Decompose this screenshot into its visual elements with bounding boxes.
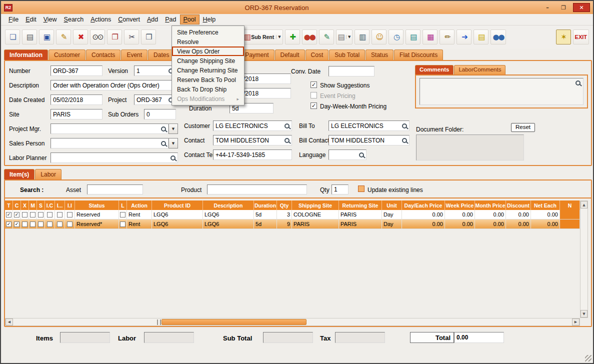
copies-button[interactable]: ▤▼: [336, 30, 353, 44]
cell-action[interactable]: Rent: [127, 210, 152, 219]
cell-chk3[interactable]: [29, 220, 37, 228]
tab-event[interactable]: Event: [121, 50, 148, 60]
comments-text-area[interactable]: [420, 78, 584, 105]
product-input[interactable]: [207, 184, 307, 194]
vertical-scrollbar[interactable]: ▲ ▼: [580, 200, 588, 318]
cell-qty[interactable]: 3: [277, 210, 292, 219]
col-s[interactable]: S: [37, 200, 45, 210]
col-shipping-site[interactable]: Shipping Site: [292, 200, 339, 210]
search-icon[interactable]: [170, 156, 176, 160]
sales-person-dropdown-button[interactable]: ▼: [168, 138, 178, 148]
row-checkbox[interactable]: [67, 222, 72, 227]
update-existing-lines-checkbox[interactable]: [358, 186, 364, 192]
col-description[interactable]: Description: [203, 200, 254, 210]
conv-date-field[interactable]: [328, 66, 374, 76]
cell-week_price[interactable]: 0.00: [445, 210, 475, 219]
menu-convert[interactable]: Convert: [114, 14, 144, 24]
cell-chk0[interactable]: [5, 210, 13, 219]
sales-person-field[interactable]: [50, 138, 168, 148]
tab-flat-discounts[interactable]: Flat Discounts: [394, 50, 443, 60]
cell-status[interactable]: Reserved*: [75, 220, 119, 228]
cell-chk0[interactable]: [5, 220, 13, 228]
row-checkbox[interactable]: [57, 212, 62, 218]
pool-menu-item-back-to-drop-ship[interactable]: Back To Drop Ship: [172, 84, 244, 94]
tab-sub-total[interactable]: Sub Total: [329, 50, 365, 60]
pool-menu-item-view-ops-order[interactable]: View Ops Order: [172, 46, 244, 56]
row-checkbox[interactable]: [57, 222, 62, 227]
bill-to-field[interactable]: LG ELECTRONICS: [328, 120, 410, 131]
title-bar[interactable]: R2 ORD-367 Reservation – ❐ ✕: [1, 1, 593, 14]
row-checkbox[interactable]: [22, 212, 28, 218]
export-button[interactable]: ❐: [107, 30, 122, 44]
project-mgr-dropdown-button[interactable]: ▼: [168, 124, 178, 134]
col-m[interactable]: M: [29, 200, 37, 210]
pool-menu-item-resolve[interactable]: Resolve: [172, 37, 244, 46]
cell-chk4[interactable]: [37, 210, 45, 219]
cell-month_price[interactable]: 0.00: [475, 220, 506, 228]
number-field[interactable]: ORD-367: [50, 66, 102, 76]
tab-item-s[interactable]: Item(s): [4, 169, 34, 180]
menu-edit[interactable]: Edit: [22, 14, 40, 24]
col-duration[interactable]: Duration: [254, 200, 277, 210]
cell-returning_site[interactable]: PARIS: [339, 210, 382, 219]
search-icon[interactable]: [576, 80, 580, 86]
cell-net_each[interactable]: 0.00: [531, 210, 560, 219]
table-row[interactable]: Reserved*RentLGQ6LGQ65d9PARISPARISDay0.0…: [5, 220, 580, 229]
find-button[interactable]: ⊙⊙: [90, 30, 105, 44]
tab-contacts[interactable]: Contacts: [86, 50, 120, 60]
close-button[interactable]: ✕: [573, 3, 590, 12]
tab-laborcomments[interactable]: LaborComments: [454, 65, 506, 74]
tab-labor[interactable]: Labor: [35, 169, 62, 180]
asset-input[interactable]: [87, 184, 143, 194]
print-button[interactable]: ▤: [22, 30, 37, 44]
col-l[interactable]: L: [119, 200, 127, 210]
col-n[interactable]: N: [560, 200, 580, 210]
cell-shipping_site[interactable]: PARIS: [292, 220, 339, 228]
customer-field[interactable]: LG ELECTRONICS: [213, 120, 292, 131]
pool-menu-item-change-returning-site[interactable]: Change Returning Site: [172, 66, 244, 75]
scroll-left-icon[interactable]: ◀: [6, 318, 13, 326]
contact-tel-field[interactable]: +44-17-5349-1585: [213, 150, 292, 160]
bill-contact-field[interactable]: TOM HIDDLESTON: [328, 135, 410, 146]
language-field[interactable]: [328, 150, 366, 160]
tab-customer[interactable]: Customer: [48, 50, 86, 60]
menu-search[interactable]: Search: [60, 14, 88, 24]
pool-menu-item-change-shipping-site[interactable]: Change Shipping Site: [172, 56, 244, 66]
dwm-pricing-checkbox[interactable]: [310, 102, 317, 109]
menu-pool[interactable]: Pool: [180, 14, 200, 24]
scroll-right-icon[interactable]: ▶: [572, 318, 580, 326]
col-qty[interactable]: Qty: [277, 200, 292, 210]
col-c[interactable]: C: [13, 200, 21, 210]
cell-action[interactable]: Rent: [127, 220, 152, 228]
cell-duration[interactable]: 5d: [254, 220, 277, 228]
pool-menu-item-reserve-back-to-pool[interactable]: Reserve Back To Pool: [172, 75, 244, 84]
cell-chk5[interactable]: [45, 210, 55, 219]
document-folder-box[interactable]: [416, 134, 524, 160]
site-field[interactable]: PARIS: [50, 109, 102, 120]
menu-view[interactable]: View: [40, 14, 60, 24]
resize-grip[interactable]: [585, 355, 592, 362]
dropdown-arrow-icon[interactable]: ▼: [346, 35, 350, 39]
edit-button[interactable]: ✎: [56, 30, 71, 44]
cell-qty[interactable]: 9: [277, 220, 292, 228]
cell-month_price[interactable]: 0.00: [475, 210, 506, 219]
cell-product_id[interactable]: LGQ6: [152, 210, 203, 219]
sub-rent-button[interactable]: ▥Sub Rent▼: [242, 30, 283, 44]
wand-button[interactable]: ✶: [556, 30, 571, 44]
pool-menu-item-site-preference[interactable]: Site Preference: [172, 28, 244, 37]
description-field[interactable]: Order with Operation Order (Ops Order): [50, 80, 176, 90]
tab-default[interactable]: Default: [275, 50, 305, 60]
col-action[interactable]: Action: [127, 200, 152, 210]
date-created-field[interactable]: 05/02/2018: [50, 94, 102, 105]
row-checkbox[interactable]: [120, 212, 126, 218]
qty-input[interactable]: 1: [332, 184, 348, 194]
maximize-button[interactable]: ❐: [557, 3, 570, 12]
cell-chk7[interactable]: [65, 220, 75, 228]
horizontal-scroll-thumb[interactable]: [162, 319, 306, 325]
project-field[interactable]: ORD-367: [134, 94, 176, 105]
col-month-price[interactable]: Month Price: [475, 200, 506, 210]
cell-duration[interactable]: 5d: [254, 210, 277, 219]
row-checkbox[interactable]: [14, 212, 20, 218]
cell-lchk[interactable]: [119, 210, 127, 219]
cell-chk2[interactable]: [21, 220, 29, 228]
